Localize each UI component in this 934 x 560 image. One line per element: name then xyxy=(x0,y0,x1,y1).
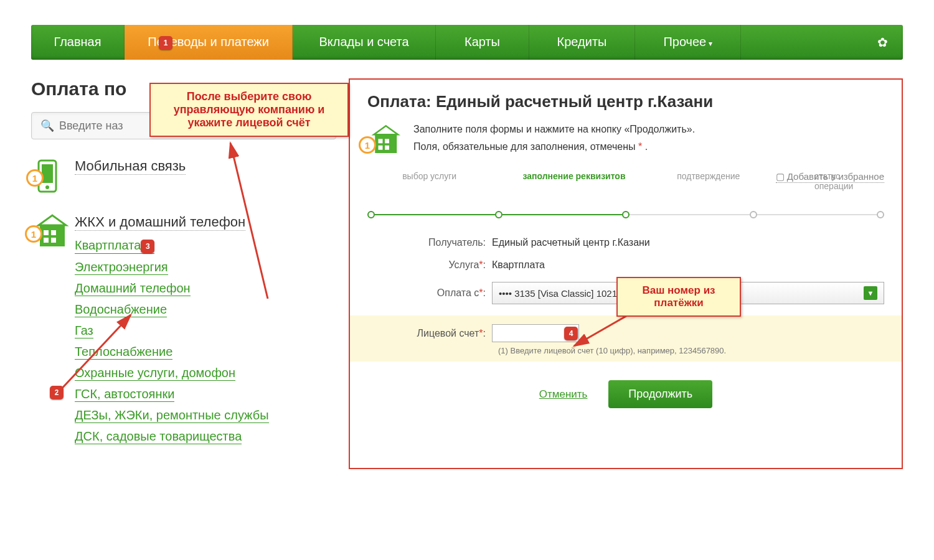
cancel-button[interactable]: Отменить xyxy=(539,388,588,400)
row-service: Услуга*: Квартплата xyxy=(367,259,884,271)
row-account-highlight: Лицевой счет*: 4 (1) Введите лицевой сче… xyxy=(350,315,902,362)
svg-rect-13 xyxy=(379,146,383,150)
main-nav: Главная Переводы и платежи 1 Вклады и сч… xyxy=(31,25,903,60)
svg-rect-11 xyxy=(379,139,383,143)
category-utilities: 1 ЖКХ и домашний телефон Квартплата 3 Эл… xyxy=(31,214,336,450)
link-security[interactable]: Охранные услуги, домофон xyxy=(75,366,235,381)
panel-intro: 1 Заполните поля формы и нажмите на кноп… xyxy=(367,124,884,159)
progress-steps: выбор услуги заполнение реквизитов подтв… xyxy=(367,171,884,218)
svg-marker-4 xyxy=(39,215,66,225)
link-dsk[interactable]: ДСК, садовые товарищества xyxy=(75,429,242,444)
step-line-2 xyxy=(502,214,623,215)
step-1-label: выбор услуги xyxy=(402,171,456,181)
step-line-4 xyxy=(757,214,877,215)
step-2-label: заполнение реквизитов xyxy=(522,171,625,181)
svg-rect-8 xyxy=(51,238,56,243)
step-node-2b xyxy=(622,211,630,218)
step-badge-1: 1 xyxy=(26,169,44,187)
link-electricity[interactable]: Электроэнергия xyxy=(75,260,168,275)
category-mobile-title[interactable]: Мобильная связь xyxy=(75,158,186,175)
house-icon: 1 xyxy=(31,214,75,249)
nav-deposits[interactable]: Вклады и счета xyxy=(293,25,436,60)
phone-icon: 1 xyxy=(31,158,75,195)
recipient-label: Получатель: xyxy=(367,237,492,248)
step-node-3 xyxy=(750,211,757,218)
left-column: Оплата по 🔍 1 Мобильная связь 1 xyxy=(31,78,342,469)
marker-2: 2 xyxy=(50,386,64,399)
marker-3: 3 xyxy=(141,240,154,253)
dropdown-icon: ▼ xyxy=(864,286,877,300)
intro-line-1: Заполните поля формы и нажмите на кнопку… xyxy=(413,124,695,135)
search-icon: 🔍 xyxy=(40,119,54,133)
service-label: Услуга*: xyxy=(367,259,492,271)
link-home-phone[interactable]: Домашний телефон xyxy=(75,281,191,296)
recipient-value: Единый расчетный центр г.Казани xyxy=(492,237,884,248)
svg-rect-1 xyxy=(42,164,53,183)
svg-rect-3 xyxy=(40,225,65,246)
settings-icon[interactable]: ✿ xyxy=(862,25,903,60)
svg-rect-9 xyxy=(375,134,397,153)
step-line-3 xyxy=(630,214,750,215)
link-gas[interactable]: Газ xyxy=(75,324,93,338)
link-water[interactable]: Водоснабжение xyxy=(75,302,167,317)
step-node-4 xyxy=(877,211,884,218)
link-garage[interactable]: ГСК, автостоянки xyxy=(75,387,174,402)
link-heating[interactable]: Теплоснабжение xyxy=(75,345,172,360)
callout-main: После выберите свою управляющую компанию… xyxy=(149,83,349,137)
step-line-1 xyxy=(375,214,495,215)
svg-rect-5 xyxy=(44,230,49,235)
payment-panel: Оплата: Единый расчетный центр г.Казани … xyxy=(349,78,903,469)
panel-actions: Отменить Продолжить xyxy=(367,380,884,408)
panel-step-badge: 1 xyxy=(359,136,376,154)
link-dez[interactable]: ДЕЗы, ЖЭКи, ремонтные службы xyxy=(75,408,269,423)
svg-marker-10 xyxy=(374,126,399,134)
nav-cards[interactable]: Карты xyxy=(436,25,529,60)
step-4-label: статус операции xyxy=(814,171,861,191)
step-node-1 xyxy=(367,211,375,218)
marker-4: 4 xyxy=(564,327,578,340)
continue-button[interactable]: Продолжить xyxy=(608,380,712,408)
link-kvartplata[interactable]: Квартплата 3 xyxy=(75,238,154,254)
intro-line-2: Поля, обязательные для заполнения, отмеч… xyxy=(413,141,695,152)
payfrom-label: Оплата с*: xyxy=(367,287,492,299)
step-badge-house: 1 xyxy=(25,225,42,243)
nav-transfers[interactable]: Переводы и платежи 1 xyxy=(125,25,293,60)
account-label: Лицевой счет*: xyxy=(367,328,492,339)
svg-rect-7 xyxy=(44,238,49,243)
svg-rect-12 xyxy=(385,139,389,143)
step-node-2 xyxy=(495,211,502,218)
row-recipient: Получатель: Единый расчетный центр г.Каз… xyxy=(367,237,884,248)
svg-point-2 xyxy=(45,185,49,189)
svg-rect-6 xyxy=(51,230,56,235)
panel-title: Оплата: Единый расчетный центр г.Казани xyxy=(367,92,884,111)
panel-house-icon: 1 xyxy=(367,124,402,158)
nav-credits[interactable]: Кредиты xyxy=(529,25,635,60)
callout-account: Ваш номер из платёжки xyxy=(616,277,741,317)
nav-home[interactable]: Главная xyxy=(31,25,125,60)
category-mobile: 1 Мобильная связь xyxy=(31,158,336,195)
step-3-label: подтверждение xyxy=(677,171,740,181)
nav-other[interactable]: Прочее xyxy=(635,25,741,60)
utilities-links: Квартплата 3 Электроэнергия Домашний тел… xyxy=(75,238,336,444)
marker-1: 1 xyxy=(159,36,172,50)
service-value: Квартплата xyxy=(492,259,884,271)
svg-rect-14 xyxy=(385,146,389,150)
account-hint: (1) Введите лицевой счет (10 цифр), напр… xyxy=(481,346,902,355)
category-utilities-title[interactable]: ЖКХ и домашний телефон xyxy=(75,214,245,231)
